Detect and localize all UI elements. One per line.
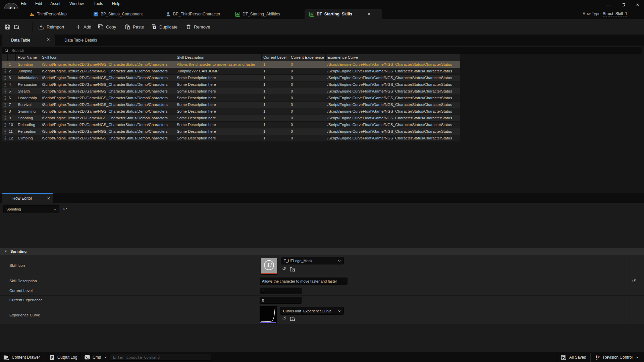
property-splitter[interactable] xyxy=(257,255,257,324)
row-drag-handle-icon[interactable] xyxy=(3,123,6,127)
column-divider[interactable] xyxy=(289,54,289,61)
table-row-swimming[interactable]: 8Swimming/Script/Engine.Texture2D'/Game/… xyxy=(2,108,460,115)
table-row-shooting[interactable]: 9Shooting/Script/Engine.Texture2D'/Game/… xyxy=(2,115,460,122)
skill-icon-thumbnail[interactable]: U xyxy=(261,258,277,275)
row-drag-handle-icon[interactable] xyxy=(3,62,6,67)
column-divider[interactable] xyxy=(15,54,16,61)
console-command-input[interactable] xyxy=(110,354,211,361)
restore-button[interactable] xyxy=(619,2,628,8)
close-button[interactable]: ✕ xyxy=(633,2,642,8)
row-drag-handle-icon[interactable] xyxy=(3,129,6,134)
row-drag-handle-icon[interactable] xyxy=(3,89,6,94)
row-drag-handle-icon[interactable] xyxy=(3,136,6,140)
table-row-reloading[interactable]: 10Reloading/Script/Engine.Texture2D'/Gam… xyxy=(2,122,460,128)
row-drag-handle-icon[interactable] xyxy=(3,69,6,73)
asset-tab-dt_starting_abilities[interactable]: DT_Starting_Abilities xyxy=(235,9,280,19)
table-row-persuasion[interactable]: 4Persuasion/Script/Engine.Texture2D'/Gam… xyxy=(2,81,460,88)
cmd-dropdown[interactable]: Cmd xyxy=(85,352,108,362)
menu-tools[interactable]: Tools xyxy=(94,1,103,6)
experience-curve-asset-dropdown[interactable]: CurveFloat_ExperienceCurve xyxy=(280,307,344,315)
use-selected-asset-icon[interactable]: ↺ xyxy=(282,315,286,321)
cell-row-name: Intimidation xyxy=(18,76,41,80)
table-row-intimidation[interactable]: 3Intimidation/Script/Engine.Texture2D'/G… xyxy=(2,75,460,81)
remove-button[interactable]: Remove xyxy=(186,19,210,35)
table-search[interactable] xyxy=(2,47,642,54)
skill-icon-asset-dropdown[interactable]: T_UELogo_Mask xyxy=(281,257,344,264)
cell-experience-curve-path: /Script/Engine.CurveFloat'/Game/NGS_Char… xyxy=(327,96,460,100)
content-drawer-button[interactable]: Content Drawer xyxy=(3,352,40,362)
table-row-jumping[interactable]: 2Jumping/Script/Engine.Texture2D'/Game/N… xyxy=(2,68,460,75)
use-selected-asset-icon[interactable]: ↺ xyxy=(282,266,286,271)
minimize-button[interactable]: — xyxy=(604,2,612,8)
current-experience-input[interactable] xyxy=(260,297,302,304)
row-drag-handle-icon[interactable] xyxy=(3,109,6,114)
cell-skill-description: Some Description here xyxy=(177,116,261,120)
output-log-button[interactable]: Output Log xyxy=(49,352,77,362)
cell-skill-icon-path: /Script/Engine.Texture2D'/Game/NGS_Chara… xyxy=(42,62,173,66)
asset-tab-close-icon[interactable]: ✕ xyxy=(367,12,371,16)
table-header[interactable]: Row NameSkill IconSkill DescriptionCurre… xyxy=(2,54,460,61)
duplicate-button[interactable]: Duplicate xyxy=(151,19,177,35)
reset-to-default-icon[interactable]: ↺ xyxy=(632,278,636,284)
column-divider[interactable] xyxy=(41,54,41,61)
table-row-stealth[interactable]: 5Stealth/Script/Engine.Texture2D'/Game/N… xyxy=(2,88,460,95)
row-drag-handle-icon[interactable] xyxy=(3,103,6,107)
asset-tab-bp_status_component[interactable]: CBP_Status_Component xyxy=(93,9,143,19)
chevron-down-icon xyxy=(104,355,108,359)
menu-asset[interactable]: Asset xyxy=(50,1,60,6)
add-button[interactable]: Add xyxy=(76,19,91,35)
current-level-input[interactable] xyxy=(260,288,302,294)
revision-control-button[interactable]: Revision Control xyxy=(595,352,639,362)
row-drag-handle-icon[interactable] xyxy=(3,82,6,87)
tab-data-table-close-icon[interactable]: ✕ xyxy=(47,35,50,45)
skill-description-input[interactable] xyxy=(260,278,347,285)
row-drag-handle-icon[interactable] xyxy=(3,96,6,100)
column-header-skill-icon[interactable]: Skill Icon xyxy=(42,55,173,59)
copy-button[interactable]: Copy xyxy=(98,19,116,35)
asset-tab-thirdpersonmap[interactable]: ThirdPersonMap xyxy=(30,9,67,19)
table-row-survival[interactable]: 7Survival/Script/Engine.Texture2D'/Game/… xyxy=(2,102,460,108)
table-row-climbing[interactable]: 12Climbing/Script/Engine.Texture2D'/Game… xyxy=(2,135,460,142)
column-divider[interactable] xyxy=(7,54,8,61)
browse-to-asset-icon[interactable] xyxy=(290,266,296,272)
row-drag-handle-icon[interactable] xyxy=(3,116,6,120)
column-header-experience-curve[interactable]: Experience Curve xyxy=(327,55,458,59)
reimport-button[interactable]: Reimport xyxy=(38,19,64,35)
table-row-leadership[interactable]: 6Leadership/Script/Engine.Texture2D'/Gam… xyxy=(2,95,460,102)
menu-window[interactable]: Window xyxy=(69,1,84,6)
column-divider[interactable] xyxy=(175,54,175,61)
all-saved-button[interactable]: All Saved xyxy=(561,352,586,362)
table-row-sprinting[interactable]: 1Sprinting/Script/Engine.Texture2D'/Game… xyxy=(2,61,460,68)
table-row-perception[interactable]: 11Perception/Script/Engine.Texture2D'/Ga… xyxy=(2,128,460,135)
browse-to-asset-icon[interactable] xyxy=(290,316,296,322)
tab-data-table[interactable]: Data Table ✕ xyxy=(2,35,55,46)
save-button[interactable] xyxy=(5,19,10,35)
undo-icon[interactable]: ↩ xyxy=(63,206,67,212)
row-drag-handle-icon[interactable] xyxy=(3,76,6,80)
column-divider[interactable] xyxy=(325,54,326,61)
menu-help[interactable]: Help xyxy=(112,1,120,6)
column-divider[interactable] xyxy=(261,54,262,61)
menu-edit[interactable]: Edit xyxy=(35,1,42,6)
tab-data-table-details[interactable]: Data Table Details xyxy=(64,35,97,46)
row-type-value[interactable]: Struct_Skill_1 xyxy=(603,11,627,16)
cell-current-experience: 0 xyxy=(291,123,324,127)
column-header-current-level[interactable]: Current Level xyxy=(263,55,287,59)
category-sprinting[interactable]: ▼ Sprinting xyxy=(0,248,644,255)
row-select-dropdown[interactable]: Sprinting xyxy=(3,205,59,213)
column-header-skill-description[interactable]: Skill Description xyxy=(177,55,261,59)
asset-tab-dt_starting_skills[interactable]: DT_Starting_Skills✕ xyxy=(305,9,382,19)
asset-tab-bp_thirdpersoncharacter[interactable]: BP_ThirdPersonCharacter xyxy=(166,9,220,19)
paste-button[interactable]: Paste xyxy=(125,19,144,35)
column-header-row-name[interactable]: Row Name xyxy=(18,55,41,59)
tab-row-editor[interactable]: Row Editor ✕ xyxy=(2,193,53,203)
experience-curve-thumbnail[interactable] xyxy=(260,306,277,323)
browse-button[interactable] xyxy=(14,19,20,35)
column-header-current-experience[interactable]: Current Experience xyxy=(291,55,325,59)
category-expand-arrow-icon[interactable]: ▼ xyxy=(4,250,7,253)
search-input[interactable] xyxy=(11,48,347,53)
tab-row-editor-close-icon[interactable]: ✕ xyxy=(47,196,50,201)
menu-file[interactable]: File xyxy=(21,1,27,6)
property-row-current-experience: Current Experience xyxy=(0,296,644,305)
cell-experience-curve-path: /Script/Engine.CurveFloat'/Game/NGS_Char… xyxy=(327,103,460,107)
